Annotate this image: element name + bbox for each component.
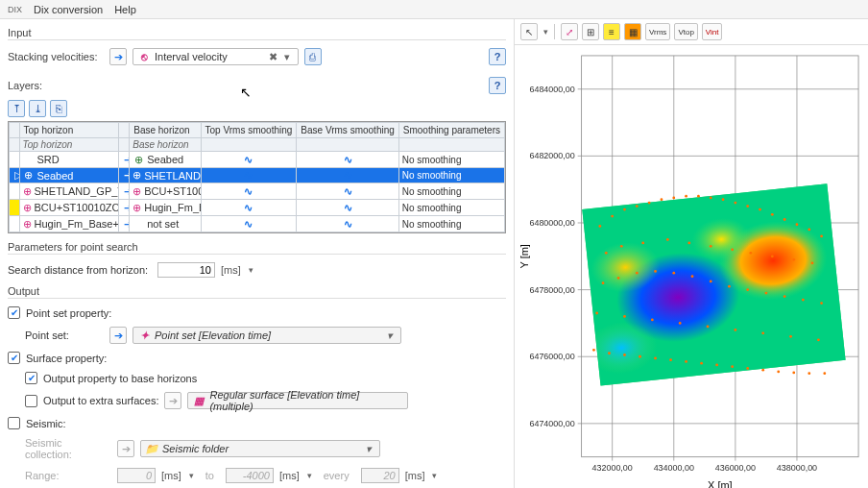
- svg-point-98: [700, 362, 703, 365]
- svg-text:436000,00: 436000,00: [715, 463, 756, 473]
- vint-tool-icon[interactable]: Vint: [702, 23, 723, 40]
- svg-point-58: [605, 252, 608, 255]
- table-row[interactable]: SRD➔⊕Seabed∿∿No smoothing: [10, 152, 505, 168]
- chevron-down-icon[interactable]: ▾: [383, 329, 397, 342]
- layer-btn-3[interactable]: ⎘: [50, 100, 67, 117]
- svg-point-50: [734, 202, 736, 205]
- unit-chevron-icon[interactable]: ▾: [247, 265, 253, 275]
- menu-dix[interactable]: Dix conversion: [34, 4, 103, 15]
- table-row[interactable]: ⊕Hugin_Fm_Base+ST10010ZC11_Near_190314+S…: [10, 216, 505, 232]
- svg-text:432000,00: 432000,00: [592, 463, 633, 473]
- svg-text:Y [m]: Y [m]: [518, 244, 530, 268]
- pointset-dropdown[interactable]: ✦ Point set [Elevation time] ▾: [133, 327, 401, 344]
- horizon-icon: ⊕: [23, 202, 32, 213]
- svg-text:6474000,00: 6474000,00: [529, 419, 574, 428]
- legend-tool-icon[interactable]: ≡: [603, 23, 620, 40]
- svg-point-59: [620, 245, 623, 248]
- arrow-icon[interactable]: ➔: [122, 185, 130, 197]
- svg-point-69: [602, 281, 605, 284]
- outbase-checkbox[interactable]: [25, 372, 37, 384]
- svg-point-105: [808, 372, 810, 375]
- svg-text:6484000,00: 6484000,00: [529, 85, 574, 94]
- svg-point-90: [817, 338, 820, 341]
- search-distance-input[interactable]: [157, 262, 215, 278]
- pointset-icon: ✦: [137, 329, 151, 342]
- outextra-dropdown: ▦ Regular surface [Elevation time] (mult…: [187, 392, 408, 409]
- layer-btn-2[interactable]: ⤓: [29, 100, 46, 117]
- help-button-2[interactable]: ?: [489, 77, 506, 94]
- stacking-extra-button[interactable]: ⎙: [304, 48, 322, 65]
- table-row[interactable]: ⊕SHETLAND_GP_Top+ST10010ZC11_Full+STAT+T…: [10, 183, 505, 200]
- table-row[interactable]: ▷⊕Seabed➔⊕SHETLAND_G...∿∿No smoothing: [10, 168, 505, 183]
- pointset-sub-label: Point set:: [25, 329, 104, 341]
- select-tool-icon[interactable]: ↖: [520, 23, 538, 40]
- svg-point-86: [707, 326, 710, 329]
- svg-point-106: [823, 372, 826, 375]
- vtop-tool-icon[interactable]: Vtop: [674, 23, 697, 40]
- svg-point-56: [808, 229, 810, 232]
- left-panel: Input Stacking velocities: ➔ ⎋ Interval …: [0, 19, 514, 488]
- stacking-dropdown[interactable]: ⎋ Interval velocity ✖ ▾: [133, 48, 299, 65]
- map-plot[interactable]: 432000,00434000,00436000,00438000,006474…: [515, 45, 868, 488]
- svg-point-72: [654, 270, 657, 273]
- svg-point-65: [749, 252, 752, 255]
- svg-text:434000,00: 434000,00: [654, 463, 694, 473]
- outextra-label: Output to extra surfaces:: [43, 395, 158, 406]
- chevron-down-icon: ▾: [362, 443, 375, 455]
- horizon-icon: [23, 154, 35, 165]
- pointset-arrow-button[interactable]: ➔: [109, 327, 127, 344]
- outextra-checkbox[interactable]: [25, 395, 37, 407]
- arrow-icon[interactable]: ➔: [122, 154, 130, 165]
- vrms-tool-icon[interactable]: Vrms: [645, 23, 670, 40]
- svg-point-103: [777, 371, 780, 374]
- svg-text:438000,00: 438000,00: [777, 463, 817, 473]
- svg-point-88: [761, 331, 764, 334]
- svg-point-43: [648, 202, 651, 205]
- svg-point-39: [598, 225, 601, 228]
- svg-point-75: [710, 281, 712, 283]
- output-label: Output: [8, 285, 506, 299]
- surface-label: Surface property:: [26, 353, 107, 364]
- svg-point-67: [792, 258, 795, 261]
- table-row[interactable]: ⊕BCU+ST10010ZC11_Full+STAT+TIME➔⊕Hugin_F…: [10, 200, 505, 216]
- range-every-input: [361, 468, 399, 483]
- svg-point-102: [761, 369, 764, 372]
- svg-point-52: [759, 208, 761, 211]
- arrow-icon[interactable]: ➔: [122, 170, 130, 182]
- svg-point-83: [623, 315, 626, 318]
- zoom-tool-icon[interactable]: ⤢: [561, 23, 578, 40]
- surface-checkbox[interactable]: [8, 352, 20, 364]
- clear-icon[interactable]: ✖: [267, 51, 280, 63]
- svg-point-53: [771, 213, 774, 216]
- grid-tool-icon[interactable]: ▦: [624, 23, 641, 40]
- chevron-down-icon[interactable]: ▾: [280, 51, 294, 63]
- svg-point-79: [784, 295, 786, 298]
- svg-point-71: [636, 272, 639, 275]
- layers-grid[interactable]: Top horizon Base horizon Top Vrms smooth…: [8, 121, 506, 233]
- folder-icon: 📁: [145, 442, 158, 455]
- horizon-icon: ⊕: [133, 202, 141, 213]
- svg-text:6482000,00: 6482000,00: [529, 151, 574, 160]
- arrow-icon[interactable]: ➔: [122, 218, 130, 230]
- range-label: Range:: [25, 470, 111, 481]
- svg-point-62: [687, 241, 690, 244]
- arrow-icon[interactable]: ➔: [122, 202, 130, 213]
- seismic-checkbox[interactable]: [8, 417, 20, 429]
- stacking-arrow-button[interactable]: ➔: [109, 48, 127, 65]
- svg-point-60: [641, 241, 644, 244]
- horizon-icon: ⊕: [133, 185, 141, 197]
- pointset-checkbox[interactable]: [8, 306, 20, 319]
- svg-point-42: [636, 205, 639, 207]
- svg-point-73: [672, 272, 675, 275]
- svg-point-61: [666, 238, 669, 241]
- svg-point-84: [651, 319, 654, 322]
- scale-tool-icon[interactable]: ⊞: [582, 23, 599, 40]
- help-button-1[interactable]: ?: [489, 48, 506, 65]
- svg-point-44: [661, 198, 663, 201]
- layer-btn-1[interactable]: ⤒: [8, 100, 25, 117]
- menu-help[interactable]: Help: [114, 4, 136, 15]
- velocity-icon: ⎋: [137, 50, 151, 63]
- svg-point-68: [811, 261, 814, 264]
- svg-point-81: [820, 302, 823, 305]
- svg-point-101: [746, 367, 749, 370]
